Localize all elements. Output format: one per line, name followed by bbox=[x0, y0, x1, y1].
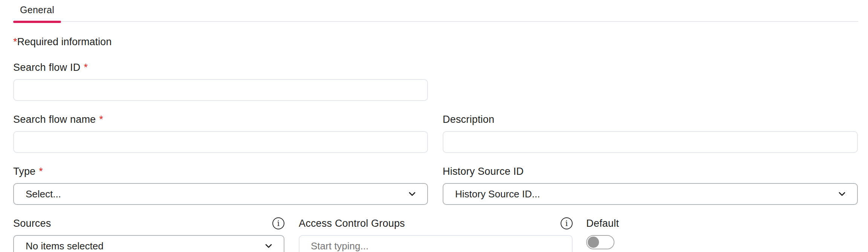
search-flow-id-required-asterisk: * bbox=[84, 62, 88, 73]
description-label: Description bbox=[443, 113, 858, 125]
tab-general[interactable]: General bbox=[13, 5, 61, 21]
access-control-groups-label-row: Access Control Groups i bbox=[299, 217, 573, 229]
field-search-flow-id: Search flow ID * bbox=[13, 61, 428, 101]
row-name-description: Search flow name * Description bbox=[13, 113, 858, 153]
field-history-source-id: History Source ID History Source ID... bbox=[443, 165, 858, 205]
sources-select[interactable]: No items selected bbox=[13, 235, 284, 252]
type-select-value: Select... bbox=[26, 188, 61, 200]
search-flow-id-label-text: Search flow ID bbox=[13, 62, 80, 73]
type-required-asterisk: * bbox=[39, 166, 43, 177]
field-type: Type * Select... bbox=[13, 165, 428, 205]
required-note-text: Required information bbox=[17, 36, 112, 48]
tab-general-label: General bbox=[20, 5, 54, 15]
sources-label-row: Sources i bbox=[13, 217, 284, 229]
tab-bar: General bbox=[13, 4, 858, 22]
default-label-text: Default bbox=[586, 218, 619, 229]
row-type-history: Type * Select... History Source ID Histo… bbox=[13, 165, 858, 205]
info-icon[interactable]: i bbox=[272, 217, 284, 229]
toggle-knob-icon bbox=[588, 237, 599, 248]
info-icon[interactable]: i bbox=[561, 217, 573, 229]
chevron-down-icon bbox=[837, 189, 847, 199]
description-input[interactable] bbox=[443, 131, 858, 153]
sources-select-value: No items selected bbox=[26, 240, 104, 252]
field-access-control-groups: Access Control Groups i bbox=[299, 217, 573, 252]
access-control-groups-label-text: Access Control Groups bbox=[299, 218, 405, 229]
required-information-note: *Required information bbox=[13, 36, 858, 48]
row-sources-acg-default: Sources i No items selected Access Contr… bbox=[13, 217, 858, 252]
history-source-id-select-value: History Source ID... bbox=[455, 188, 540, 200]
history-source-id-label: History Source ID bbox=[443, 165, 858, 177]
chevron-down-icon bbox=[407, 189, 417, 199]
search-flow-id-input[interactable] bbox=[13, 79, 428, 101]
search-flow-name-required-asterisk: * bbox=[99, 114, 103, 125]
description-label-text: Description bbox=[443, 114, 494, 125]
access-control-groups-input[interactable] bbox=[299, 235, 573, 252]
search-flow-name-label-text: Search flow name bbox=[13, 114, 96, 125]
sources-label-text: Sources bbox=[13, 218, 51, 229]
field-description: Description bbox=[443, 113, 858, 153]
chevron-down-icon bbox=[263, 241, 274, 251]
type-label-text: Type bbox=[13, 166, 35, 177]
field-default: Default bbox=[586, 217, 631, 252]
type-label: Type * bbox=[13, 165, 428, 177]
field-sources: Sources i No items selected bbox=[13, 217, 284, 252]
default-toggle[interactable] bbox=[586, 235, 614, 249]
search-flow-name-label: Search flow name * bbox=[13, 113, 428, 125]
field-search-flow-name: Search flow name * bbox=[13, 113, 428, 153]
general-settings-form: General *Required information Search flo… bbox=[0, 0, 868, 252]
row-search-flow-id: Search flow ID * bbox=[13, 61, 858, 101]
default-label: Default bbox=[586, 217, 631, 229]
history-source-id-label-text: History Source ID bbox=[443, 166, 524, 177]
type-select[interactable]: Select... bbox=[13, 183, 428, 205]
search-flow-name-input[interactable] bbox=[13, 131, 428, 153]
search-flow-id-label: Search flow ID * bbox=[13, 61, 428, 73]
history-source-id-select[interactable]: History Source ID... bbox=[443, 183, 858, 205]
required-asterisk: * bbox=[13, 36, 17, 48]
